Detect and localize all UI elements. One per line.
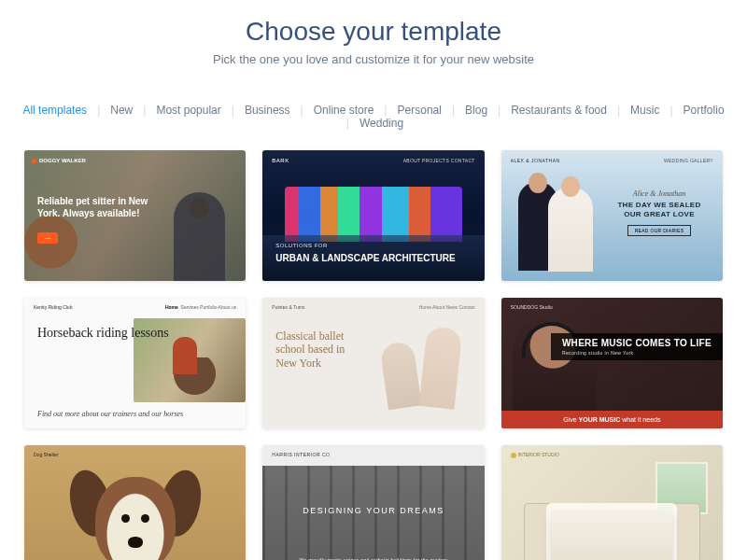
filter-online-store[interactable]: Online store — [310, 104, 378, 117]
filter-portfolio[interactable]: Portfolio — [680, 104, 728, 117]
template-headline: SOLUTIONS FORURBAN & LANDSCAPE ARCHITECT… — [275, 243, 455, 264]
template-card-wedding[interactable]: ALEX & JONATHAN WEDDING GALLERY Alice & … — [501, 150, 723, 281]
dancers-image — [384, 324, 458, 417]
template-card-music-studio[interactable]: SOUNDDOG Studio WHERE MUSIC COMES TO LIF… — [501, 298, 723, 428]
template-card-pet-sitter[interactable]: DOGGY WALKER Reliable pet sitter in New … — [24, 150, 246, 281]
filter-wedding[interactable]: Wedding — [356, 117, 407, 130]
template-brand: Kentty Riding Club — [34, 304, 72, 310]
couple-image — [518, 175, 598, 277]
filter-blog[interactable]: Blog — [461, 104, 491, 117]
template-nav: Home Services Portfolio About us — [165, 304, 236, 310]
template-brand: Pointes & Turns — [272, 304, 304, 310]
template-brand: ALEX & JONATHAN — [511, 158, 560, 163]
template-card-horseback[interactable]: Kentty Riding Club Home Services Portfol… — [24, 298, 246, 428]
template-nav: ABOUT PROJECTS CONTACT — [403, 158, 475, 163]
template-card-architecture[interactable]: BARK ABOUT PROJECTS CONTACT SOLUTIONS FO… — [262, 150, 484, 281]
table-image — [551, 511, 672, 560]
template-nav: WEDDING GALLERY — [664, 158, 713, 163]
template-brand: INTERIOR STUDIO — [511, 452, 559, 458]
template-brand: Dog Shelter — [34, 452, 58, 457]
dog-image — [24, 216, 80, 281]
template-brand: DOGGY WALKER — [32, 158, 86, 163]
filter-business[interactable]: Business — [241, 104, 294, 117]
dog-face-image — [75, 462, 196, 560]
logo-icon — [511, 453, 516, 458]
filter-personal[interactable]: Personal — [394, 104, 445, 117]
template-grid: DOGGY WALKER Reliable pet sitter in New … — [0, 150, 747, 560]
template-card-dog-shelter[interactable]: Dog Shelter — [24, 445, 246, 560]
page-title: Choose your template — [0, 17, 747, 47]
filter-new[interactable]: New — [106, 104, 136, 117]
template-headline: Classical ballet school based in New Yor… — [275, 329, 364, 370]
template-subtext: Find out more about our trainers and our… — [37, 410, 183, 419]
template-brand: HARRIS INTERIOR CO — [272, 452, 330, 457]
template-footer-bar: Give YOUR MUSIC what it needs — [501, 411, 723, 428]
template-brand: SOUNDDOG Studio — [511, 304, 553, 310]
template-card-interior-studio[interactable]: INTERIOR STUDIO — [501, 445, 723, 560]
template-card-interior-co[interactable]: HARRIS INTERIOR CO DESIGNING YOUR DREAMS… — [262, 445, 484, 560]
template-headline: WHERE MUSIC COMES TO LIFERecording studi… — [551, 333, 723, 360]
filter-all-templates[interactable]: All templates — [19, 104, 91, 117]
filter-restaurants-food[interactable]: Restaurants & food — [507, 104, 611, 117]
page-subtitle: Pick the one you love and customize it f… — [0, 52, 747, 66]
template-headline: Reliable pet sitter in New York. Always … — [37, 195, 170, 219]
template-cta: — — [37, 232, 58, 244]
filter-bar: All templates| New| Most popular| Busine… — [0, 74, 747, 150]
template-brand: BARK — [272, 158, 289, 163]
template-headline: DESIGNING YOUR DREAMS — [262, 506, 484, 515]
filter-most-popular[interactable]: Most popular — [152, 104, 224, 117]
template-nav: Home About News Contact — [419, 304, 475, 310]
template-headline: Horseback riding lessons — [37, 326, 169, 340]
template-text: Alice & Jonathan THE DAY WE SEALED OUR G… — [613, 189, 706, 236]
person-image — [174, 192, 225, 281]
template-card-ballet[interactable]: Pointes & Turns Home About News Contact … — [262, 298, 484, 428]
rider-image — [173, 337, 197, 374]
filter-music[interactable]: Music — [627, 104, 663, 117]
